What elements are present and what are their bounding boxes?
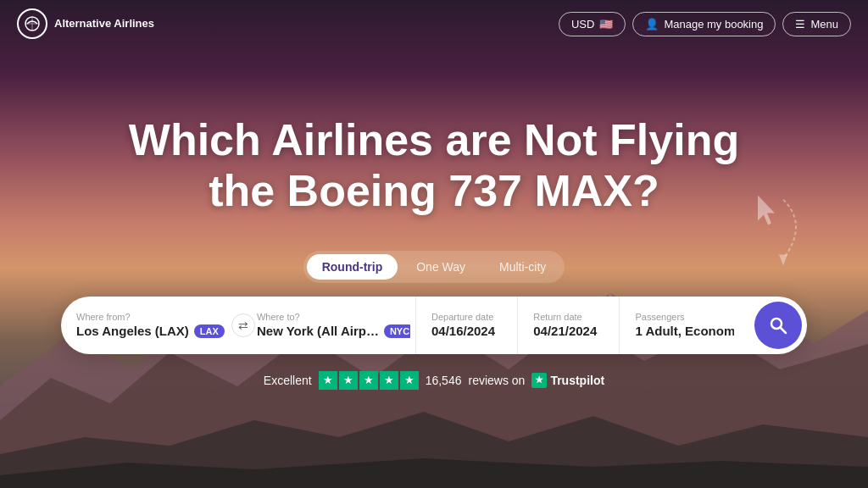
currency-button[interactable]: USD 🇺🇸 xyxy=(559,12,626,36)
from-to-field: Where from? Los Angeles (LAX) LAX ⇄ Wher… xyxy=(61,297,416,354)
menu-label: Menu xyxy=(810,18,838,30)
currency-label: USD xyxy=(571,18,594,30)
svg-line-11 xyxy=(781,327,787,333)
passengers-label: Passengers xyxy=(635,312,734,322)
trustpilot-stars: ★ ★ ★ ★ ★ xyxy=(319,371,419,390)
from-field[interactable]: Where from? Los Angeles (LAX) LAX xyxy=(76,312,230,338)
search-icon xyxy=(769,316,787,335)
star-3: ★ xyxy=(359,371,378,390)
one-way-button[interactable]: One Way xyxy=(401,254,481,280)
return-field[interactable]: Return date 04/21/2024 xyxy=(518,297,620,354)
logo-text: Alternative Airlines xyxy=(54,17,154,31)
hero-section: Which Airlines are Not Flying the Boeing… xyxy=(0,0,868,488)
trustpilot-section: Excellent ★ ★ ★ ★ ★ 16,546 reviews on ★ … xyxy=(264,371,604,390)
trustpilot-count: 16,546 xyxy=(426,374,462,387)
logo-icon xyxy=(17,8,47,39)
trustpilot-logo: ★ Trustpilot xyxy=(531,373,604,388)
lax-badge: LAX xyxy=(194,324,225,338)
return-label: Return date xyxy=(533,312,604,322)
from-value: Los Angeles (LAX) LAX xyxy=(76,324,230,338)
passengers-value: 1 Adult, Economy/Coach xyxy=(635,324,734,338)
to-text: New York (All Airp… xyxy=(257,324,379,338)
passengers-field[interactable]: Passengers 1 Adult, Economy/Coach xyxy=(620,297,749,354)
round-trip-button[interactable]: Round-trip xyxy=(307,254,398,280)
star-4: ★ xyxy=(380,371,398,390)
return-value: 04/21/2024 xyxy=(533,324,604,338)
to-value: New York (All Airp… NYC xyxy=(257,324,410,338)
manage-booking-button[interactable]: 👤 Manage my booking xyxy=(632,12,776,36)
header: Alternative Airlines USD 🇺🇸 👤 Manage my … xyxy=(0,0,868,47)
star-5: ★ xyxy=(400,371,419,390)
star-2: ★ xyxy=(339,371,358,390)
search-button[interactable] xyxy=(754,302,802,349)
trip-type-selector: Round-trip One Way Multi-city xyxy=(303,251,565,283)
logo[interactable]: Alternative Airlines xyxy=(17,8,154,39)
swap-button[interactable]: ⇄ xyxy=(231,313,255,337)
from-label: Where from? xyxy=(76,312,230,322)
hero-title: Which Airlines are Not Flying the Boeing… xyxy=(116,115,752,217)
from-text: Los Angeles (LAX) xyxy=(76,324,189,338)
flag-icon: 🇺🇸 xyxy=(599,18,613,30)
nyc-badge: NYC xyxy=(384,324,410,338)
person-icon: 👤 xyxy=(645,18,659,30)
trustpilot-icon: ★ xyxy=(531,373,547,388)
hamburger-icon: ☰ xyxy=(795,18,805,30)
trustpilot-brand: Trustpilot xyxy=(550,374,604,387)
star-1: ★ xyxy=(319,371,337,390)
manage-booking-label: Manage my booking xyxy=(664,18,763,30)
departure-field[interactable]: Departure date 04/16/2024 xyxy=(416,297,518,354)
trustpilot-excellent: Excellent xyxy=(264,374,312,387)
departure-label: Departure date xyxy=(431,312,502,322)
trustpilot-reviews-text: reviews on xyxy=(468,374,525,387)
to-label: Where to? xyxy=(257,312,410,322)
header-nav: USD 🇺🇸 👤 Manage my booking ☰ Menu xyxy=(559,12,851,36)
search-bar: Where from? Los Angeles (LAX) LAX ⇄ Wher… xyxy=(61,297,807,354)
to-field[interactable]: Where to? New York (All Airp… NYC xyxy=(257,312,410,338)
menu-button[interactable]: ☰ Menu xyxy=(782,12,851,36)
departure-value: 04/16/2024 xyxy=(431,324,502,338)
multi-city-button[interactable]: Multi-city xyxy=(484,254,561,280)
